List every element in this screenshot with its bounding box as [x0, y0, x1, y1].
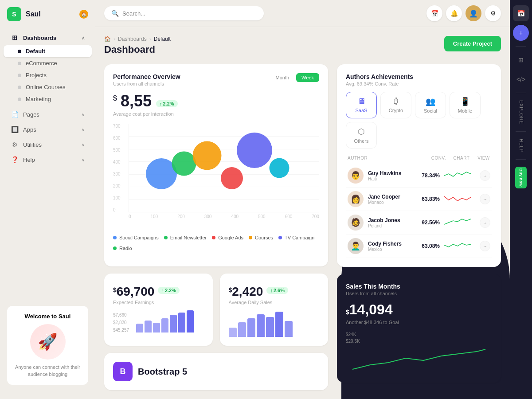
rs-divider-2 [516, 93, 526, 93]
calendar-icon-btn[interactable]: 📅 [426, 5, 442, 21]
breadcrumb-sep2: › [149, 36, 151, 42]
header-right: 📅 🔔 👤 ⚙ [426, 5, 501, 21]
bar [266, 317, 274, 337]
legend-email: Email Newsletter [164, 235, 207, 240]
sales-chart-area [346, 347, 492, 374]
sales-badge: 2.6% [266, 287, 288, 294]
nav-sub-ecommerce[interactable]: eCommerce [4, 57, 92, 69]
tab-social[interactable]: 👥 Social [415, 92, 446, 118]
rs-calendar-icon[interactable]: 📅 [513, 5, 529, 21]
author-info-guy: Guy Hawkins Haiti [368, 170, 413, 181]
nav-item-help[interactable]: ❓ Help ∨ [4, 152, 92, 167]
sidebar: S Saul 🏠 ⊞ Dashboards ∧ Default eCommerc… [0, 0, 95, 399]
author-row-guy: 👨 Guy Hawkins Haiti 78.34% → [346, 164, 492, 188]
nav-sub-courses[interactable]: Online Courses [4, 81, 92, 93]
logo-badge: 🏠 [79, 10, 88, 19]
month-button[interactable]: Month [270, 73, 295, 82]
currency-symbol: $ [113, 94, 117, 102]
time-toggle: Month Week [270, 73, 320, 82]
view-btn-cody[interactable]: → [480, 241, 490, 251]
grid-line [129, 149, 319, 149]
legend-social: Social Campaigns [113, 235, 159, 240]
earnings-bars [136, 310, 203, 332]
tab-crypto[interactable]: ₿ Crypto [380, 92, 411, 118]
nav-sub-projects[interactable]: Projects [4, 69, 92, 81]
daily-sales-label: Average Daily Sales [229, 300, 320, 305]
nav-sub-marketing[interactable]: Marketing [4, 93, 92, 105]
legend-tv: TV Campaign [278, 235, 314, 240]
notification-icon-btn[interactable]: 🔔 [446, 5, 462, 21]
nav-item-utilities[interactable]: ⚙ Utilities ∨ [4, 137, 92, 152]
settings-icon-btn[interactable]: ⚙ [485, 5, 501, 21]
conv-rate: Avg. 69.34% Conv. Rate [346, 81, 492, 86]
x-labels: 0 100 200 300 400 500 600 700 [129, 212, 319, 219]
bar [257, 314, 265, 337]
chart-legend: Social Campaigns Email Newsletter Google… [113, 235, 319, 251]
tab-saas[interactable]: 🖥 SaaS [346, 92, 377, 118]
tab-mobile[interactable]: 📱 Mobile [450, 92, 481, 118]
chevron-utilities: ∨ [82, 142, 85, 147]
bar [145, 321, 152, 333]
breadcrumb-dashboards[interactable]: Dashboards [118, 36, 147, 42]
main-content: 🔍 📅 🔔 👤 ⚙ 🏠 › Dashboards › Default Dashb… [95, 0, 510, 399]
sales-title: Sales This Months [346, 283, 492, 290]
breadcrumb-sep1: › [113, 36, 115, 42]
rs-code-icon[interactable]: </> [513, 71, 529, 87]
author-name-jane: Jane Cooper [368, 194, 413, 200]
rs-explore-label[interactable]: Explore [519, 100, 524, 124]
sparkline-cody [444, 241, 471, 251]
nav-item-pages[interactable]: 📄 Pages ∨ [4, 107, 92, 122]
author-chart-jane [444, 194, 475, 204]
sales-this-month-card: Sales This Months Users from all channel… [337, 274, 501, 383]
authors-achievements-card: Authors Achievements Avg. 69.34% Conv. R… [337, 64, 501, 267]
bar [187, 310, 194, 332]
tab-others[interactable]: ⬡ Others [346, 122, 377, 149]
bubble-tv [237, 133, 272, 168]
col-conv: CONV. [424, 156, 446, 160]
rs-buy-button[interactable]: Buy now [515, 167, 527, 188]
tab-social-label: Social [424, 108, 437, 113]
rs-help-label[interactable]: Help [519, 139, 524, 152]
nav-label-help: Help [23, 156, 35, 163]
nav-label-default: Default [26, 48, 45, 55]
nav-item-apps[interactable]: 🔲 Apps ∨ [4, 122, 92, 137]
nav-dashboards[interactable]: ⊞ Dashboards ∧ Default eCommerce Project… [0, 30, 95, 105]
nav-dot-marketing [18, 98, 21, 101]
bar [161, 318, 168, 333]
nav-dot-courses [18, 86, 21, 89]
create-project-button[interactable]: Create Project [444, 36, 501, 51]
app-logo-icon: S [7, 7, 21, 21]
view-btn-guy[interactable]: → [480, 170, 490, 181]
breadcrumb-home[interactable]: 🏠 [104, 36, 111, 42]
bootstrap-badge-card: B Bootstrap 5 [104, 353, 328, 390]
author-location-jane: Monaco [368, 200, 413, 205]
daily-bars [229, 310, 320, 337]
view-btn-jacob[interactable]: → [480, 217, 490, 228]
legend-dot-social [113, 236, 117, 239]
bootstrap-text: Bootstrap 5 [138, 367, 187, 377]
author-chart-jacob [444, 217, 475, 228]
welcome-title: Welcome to Saul [14, 313, 81, 320]
week-button[interactable]: Week [296, 73, 319, 82]
search-input[interactable] [122, 10, 257, 17]
col-view: VIEW [477, 156, 490, 160]
right-sidebar: 📅 + ⊞ </> Explore Help Buy now [510, 0, 532, 399]
user-avatar[interactable]: 👤 [466, 5, 481, 21]
app-name: Saul [26, 10, 41, 18]
col-chart: CHART [446, 156, 477, 160]
search-box[interactable]: 🔍 [104, 6, 264, 20]
perf-badge: 2.2% [156, 100, 178, 107]
nav-sub-default[interactable]: Default [4, 45, 92, 57]
rs-add-icon[interactable]: + [513, 25, 529, 41]
view-btn-jane[interactable]: → [480, 194, 490, 204]
expected-earnings-card: $69,700 2.2% Expected Earnings $7,660 $2… [104, 274, 213, 346]
rs-grid-icon[interactable]: ⊞ [513, 52, 529, 68]
others-tab-icon: ⬡ [358, 127, 365, 137]
y-labels: 700 600 500 400 300 200 100 0 [113, 124, 121, 212]
bootstrap-icon: B [113, 362, 133, 381]
authors-header: Authors Achievements Avg. 69.34% Conv. R… [346, 73, 492, 86]
chevron-help: ∨ [82, 157, 85, 162]
nav-item-dashboards[interactable]: ⊞ Dashboards ∧ [4, 30, 92, 45]
nav-label-pages: Pages [23, 111, 39, 118]
author-info-jane: Jane Cooper Monaco [368, 194, 413, 205]
